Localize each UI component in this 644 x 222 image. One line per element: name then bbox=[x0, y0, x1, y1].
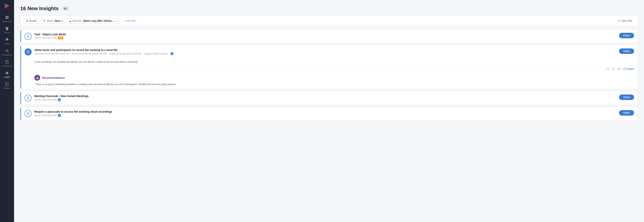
insight-actions: Close bbox=[619, 94, 634, 100]
insight-actions: Close bbox=[619, 33, 634, 38]
investigation-icon bbox=[5, 48, 9, 53]
insight-content: Allow hosts and participants to record t… bbox=[34, 48, 616, 55]
recommendations-header: 👍 Recommendations bbox=[34, 75, 634, 81]
services-filter-chip[interactable]: ☁ Services: (Match any) AWS, GitHub, ...… bbox=[67, 18, 120, 24]
sidebar-item-label: Investigation bbox=[2, 54, 12, 56]
insight-row: Require a passcode to access the existin… bbox=[20, 107, 638, 120]
sidebar-item-label: Compliance bbox=[2, 65, 12, 67]
sidebar-item-compliance[interactable]: Compliance bbox=[0, 58, 14, 69]
dashboard-icon bbox=[5, 15, 9, 20]
bundle-icon: ⊞ bbox=[26, 20, 28, 22]
sidebar-item-alerts[interactable]: Alerts bbox=[0, 36, 14, 47]
show-chevron-icon: ▾ bbox=[62, 20, 63, 22]
insight-date: Jan 06, 2022 02:53 PM bbox=[34, 98, 56, 101]
page-header: 16 New Insights 92 bbox=[20, 6, 638, 12]
compliance-icon bbox=[5, 60, 9, 64]
sidebar-item-reports[interactable]: Reports bbox=[0, 80, 14, 91]
sidebar-item-label: Alerts bbox=[5, 42, 9, 45]
show-filter-value: Open bbox=[54, 20, 60, 22]
insight-meta: Feb 02, 2022 05:32 AM AWS bbox=[34, 36, 616, 39]
logo[interactable] bbox=[4, 2, 10, 9]
comment-icon[interactable] bbox=[606, 67, 609, 70]
insight-content: Trail - Object Lock Mode Feb 02, 2022 05… bbox=[34, 33, 616, 39]
sidebar-item-investigation[interactable]: Investigation bbox=[0, 47, 14, 58]
bundle-label: Bundle bbox=[29, 20, 36, 22]
category: Category: Best Practices bbox=[144, 52, 168, 55]
insight-content: Meeting Passcode - New Instant Meetings … bbox=[34, 94, 616, 101]
insight-icon bbox=[24, 110, 32, 117]
close-button[interactable]: Close bbox=[619, 48, 634, 54]
svg-line-19 bbox=[6, 72, 6, 72]
close-button[interactable]: Close bbox=[619, 94, 634, 100]
insight-description: Local recordings are disabled by default… bbox=[34, 58, 634, 66]
zoom-badge: Z bbox=[170, 52, 174, 55]
insight-export-row: Export bbox=[34, 66, 634, 72]
svg-line-22 bbox=[6, 74, 6, 74]
separator: | bbox=[108, 52, 108, 55]
insight-date: Jan 06, 2022 02:53 PM bbox=[34, 114, 56, 116]
page-title: 16 New Insights bbox=[20, 6, 59, 12]
recommendations-icon: 👍 bbox=[34, 75, 40, 81]
zoom-badge: Z bbox=[58, 114, 61, 117]
recommendations-text: There is no way of identifying whether a… bbox=[34, 82, 634, 86]
policies-icon bbox=[5, 26, 9, 31]
insight-icon bbox=[24, 94, 32, 102]
svg-line-7 bbox=[8, 51, 8, 52]
separator: | bbox=[168, 52, 169, 55]
close-button[interactable]: Close bbox=[619, 110, 634, 116]
bundle-button[interactable]: ⊞ Bundle bbox=[24, 18, 39, 24]
aws-badge: AWS bbox=[58, 36, 63, 39]
sidebar-item-label: Policies bbox=[4, 32, 10, 34]
insight-actions: Close bbox=[619, 48, 634, 54]
insight-icon bbox=[24, 33, 32, 40]
svg-rect-3 bbox=[7, 16, 8, 18]
insight-icon bbox=[24, 48, 32, 56]
insight-card: Meeting Passcode - New Instant Meetings … bbox=[20, 91, 638, 105]
svg-line-35 bbox=[624, 68, 626, 69]
recommendations-section: 👍 Recommendations There is no way of ide… bbox=[20, 72, 638, 89]
sidebar-item-dashboard[interactable]: Dashboard bbox=[0, 13, 14, 24]
insight-count-badge: 92 bbox=[62, 6, 70, 11]
services-filter-close-icon[interactable]: ✕ bbox=[116, 20, 118, 22]
insight-row: Meeting Passcode - New Instant Meetings … bbox=[20, 92, 638, 105]
insight-card: Trail - Object Lock Mode Feb 02, 2022 05… bbox=[20, 30, 638, 43]
insight-body: Local recordings are disabled by default… bbox=[20, 58, 638, 72]
add-filter-label: + Add Filter bbox=[124, 20, 136, 22]
sidebar-item-insights[interactable]: Insights bbox=[0, 69, 14, 80]
insight-content: Require a passcode to access the existin… bbox=[34, 110, 616, 117]
insight-title: Allow hosts and participants to record t… bbox=[34, 48, 616, 52]
insight-row: Trail - Object Lock Mode Feb 02, 2022 05… bbox=[20, 30, 638, 43]
insight-meta: Jan 06, 2022 02:53 PM Z bbox=[34, 114, 616, 117]
filter-bar: ⊞ Bundle 👁 Show: Open ▾ ☁ Services: (Mat… bbox=[20, 16, 638, 26]
separator: | bbox=[70, 52, 71, 55]
add-filter-button[interactable]: + Add Filter bbox=[122, 18, 138, 23]
insight-meta: Last seen at Feb 06, 2022 10:16 PM | Fir… bbox=[34, 52, 616, 55]
services-icon: ☁ bbox=[69, 20, 71, 22]
edited: Edited at Feb 06, 2022 10:16 PM bbox=[110, 52, 141, 55]
insight-card: Require a passcode to access the existin… bbox=[20, 107, 638, 120]
svg-point-14 bbox=[6, 72, 8, 74]
show-filter-chip[interactable]: 👁 Show: Open ▾ bbox=[41, 18, 65, 24]
svg-rect-2 bbox=[6, 16, 7, 18]
clear-filter-label: Clear Filter bbox=[621, 20, 632, 22]
insight-title: Trail - Object Lock Mode bbox=[34, 33, 616, 36]
services-filter-label: Services: bbox=[72, 20, 82, 22]
bookmark-icon[interactable] bbox=[612, 67, 615, 70]
clear-filter-icon: ↺ bbox=[618, 20, 620, 22]
sidebar-item-label: Insights bbox=[4, 76, 10, 78]
alerts-icon bbox=[5, 38, 9, 42]
insight-date: Feb 02, 2022 05:32 AM bbox=[34, 37, 56, 39]
email-icon[interactable] bbox=[618, 67, 620, 70]
zoom-badge: Z bbox=[58, 98, 61, 101]
insights-icon bbox=[5, 71, 9, 75]
sidebar-item-policies[interactable]: Policies bbox=[0, 24, 14, 36]
export-link[interactable]: Export bbox=[623, 68, 634, 70]
show-icon: 👁 bbox=[43, 20, 46, 22]
clear-filter-button[interactable]: ↺ Clear Filter bbox=[616, 18, 634, 23]
svg-rect-4 bbox=[6, 18, 7, 19]
recommendations-title: Recommendations bbox=[42, 76, 65, 79]
first-seen: First seen at Jan 06, 2022 02:53 PM bbox=[72, 52, 106, 55]
close-button[interactable]: Close bbox=[619, 33, 634, 38]
sidebar-item-label: Reports bbox=[4, 87, 10, 89]
insight-actions: Close bbox=[619, 110, 634, 116]
